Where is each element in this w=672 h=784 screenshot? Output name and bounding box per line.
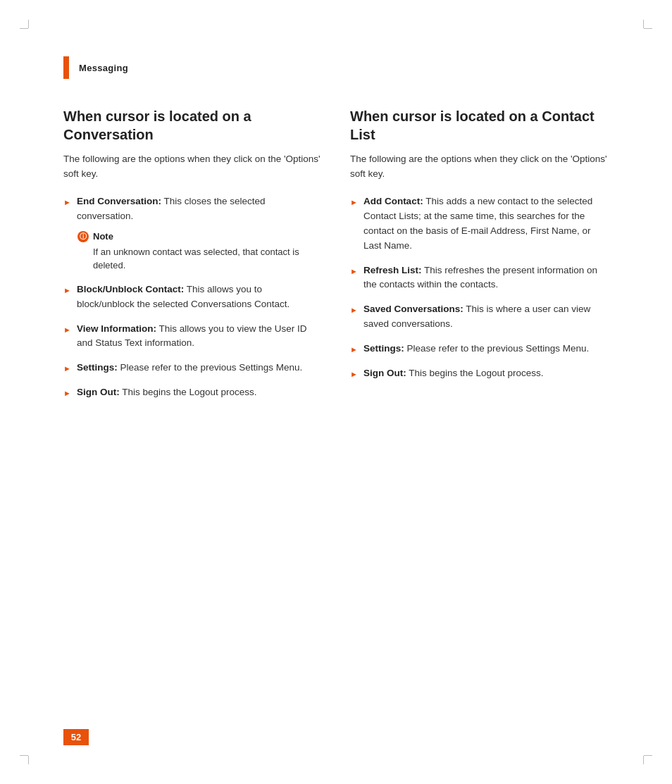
item-text: Settings: Please refer to the previous S… (77, 361, 322, 375)
list-item: ► Add Contact: This adds a new contact t… (350, 194, 609, 254)
item-text: View Information: This allows you to vie… (77, 322, 322, 351)
arrow-icon: ► (350, 368, 358, 380)
note-text: If an unknown contact was selected, that… (93, 245, 322, 273)
arrow-icon: ► (63, 285, 71, 297)
arrow-icon: ► (350, 344, 358, 356)
arrow-icon: ► (63, 363, 71, 375)
list-item: ► Saved Conversations: This is where a u… (350, 302, 609, 332)
corner-tick (20, 28, 28, 29)
item-text: Saved Conversations: This is where a use… (363, 302, 609, 332)
note-icon: ⓘ (77, 231, 89, 242)
item-bold: Refresh List: (363, 265, 422, 275)
item-text: End Conversation: This closes the select… (77, 194, 322, 224)
item-bold: Add Contact: (363, 196, 423, 206)
item-text: Add Contact: This adds a new contact to … (363, 194, 609, 254)
list-item: ► Refresh List: This refreshes the prese… (350, 263, 609, 293)
page-number: 52 (63, 729, 89, 745)
list-item: ► Sign Out: This begins the Logout proce… (63, 385, 322, 400)
item-bold: Block/Unblock Contact: (77, 284, 184, 294)
arrow-icon: ► (63, 324, 71, 336)
section-header: Messaging (63, 56, 609, 79)
section-title: Messaging (79, 63, 128, 73)
item-bold: Saved Conversations: (363, 304, 463, 314)
arrow-icon: ► (350, 304, 358, 316)
item-bold: Sign Out: (363, 368, 406, 378)
item-text: Settings: Please refer to the previous S… (363, 342, 609, 356)
corner-tick (28, 20, 29, 28)
arrow-icon: ► (350, 266, 358, 278)
item-text: Sign Out: This begins the Logout process… (363, 366, 609, 381)
two-column-layout: When cursor is located on a Conversation… (63, 107, 609, 410)
note-title: ⓘ Note (77, 231, 322, 242)
item-text: Refresh List: This refreshes the present… (363, 263, 609, 293)
list-item: ► Settings: Please refer to the previous… (350, 342, 609, 356)
right-column: When cursor is located on a Contact List… (350, 107, 609, 410)
arrow-icon: ► (350, 197, 358, 209)
corner-tick (28, 756, 29, 764)
item-bold: Settings: (77, 362, 118, 373)
corner-tick (20, 755, 28, 756)
right-col-intro: The following are the options when they … (350, 152, 609, 182)
arrow-icon: ► (63, 197, 71, 209)
list-item: ► Settings: Please refer to the previous… (63, 361, 322, 375)
page-container: Messaging When cursor is located on a Co… (0, 0, 672, 784)
item-text: Block/Unblock Contact: This allows you t… (77, 282, 322, 312)
corner-tick (643, 20, 644, 28)
list-item: ► View Information: This allows you to v… (63, 322, 322, 351)
item-bold: View Information: (77, 323, 156, 334)
item-bold: Settings: (363, 343, 404, 354)
left-col-intro: The following are the options when they … (63, 152, 322, 182)
note-label: Note (93, 231, 113, 242)
orange-accent-bar (63, 56, 69, 79)
corner-tick (643, 756, 644, 764)
item-text: Sign Out: This begins the Logout process… (77, 385, 322, 400)
list-item: ► Sign Out: This begins the Logout proce… (350, 366, 609, 381)
list-item: ► End Conversation: This closes the sele… (63, 194, 322, 224)
note-block: ⓘ Note If an unknown contact was selecte… (77, 231, 322, 273)
item-bold: End Conversation: (77, 196, 161, 206)
item-bold: Sign Out: (77, 387, 120, 397)
arrow-icon: ► (63, 387, 71, 399)
left-column: When cursor is located on a Conversation… (63, 107, 322, 410)
corner-tick (644, 755, 652, 756)
left-col-heading: When cursor is located on a Conversation (63, 107, 322, 144)
list-item: ► Block/Unblock Contact: This allows you… (63, 282, 322, 312)
corner-tick (644, 28, 652, 29)
right-col-heading: When cursor is located on a Contact List (350, 107, 609, 144)
